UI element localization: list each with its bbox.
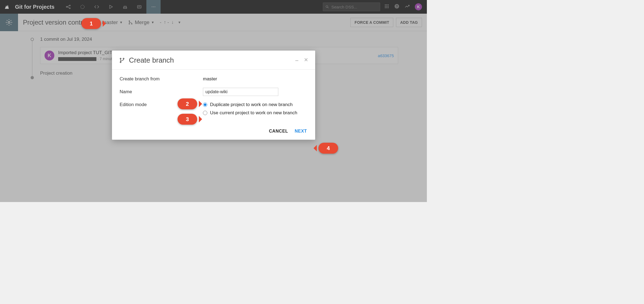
cancel-button[interactable]: CANCEL bbox=[269, 129, 288, 134]
annotation-4: 4 bbox=[318, 143, 338, 154]
modal-footer: CANCEL NEXT bbox=[112, 124, 315, 140]
branch-name-input[interactable] bbox=[203, 88, 278, 96]
svg-point-30 bbox=[123, 58, 124, 59]
from-label: Create branch from bbox=[120, 76, 203, 82]
form-row-from: Create branch from master bbox=[120, 76, 308, 82]
radio-current-input[interactable] bbox=[203, 111, 207, 115]
radio-current-label: Use current project to work on new branc… bbox=[210, 110, 297, 116]
minimize-icon[interactable]: – bbox=[295, 57, 299, 64]
modal-title: Create branch bbox=[129, 56, 174, 65]
next-button[interactable]: NEXT bbox=[295, 129, 307, 134]
annotation-2: 2 bbox=[178, 98, 197, 109]
radio-current[interactable]: Use current project to work on new branc… bbox=[203, 110, 297, 116]
radio-duplicate[interactable]: Duplicate project to work on new branch bbox=[203, 102, 297, 107]
annotation-3: 3 bbox=[178, 114, 197, 125]
form-row-edition: Edition mode Duplicate project to work o… bbox=[120, 102, 308, 116]
radio-duplicate-input[interactable] bbox=[203, 103, 207, 107]
name-label: Name bbox=[120, 89, 203, 95]
svg-point-28 bbox=[120, 58, 121, 59]
modal-body: Create branch from master Name Edition m… bbox=[112, 70, 315, 124]
from-value: master bbox=[203, 76, 217, 82]
close-icon[interactable]: ✕ bbox=[304, 57, 308, 64]
modal-header: Create branch – ✕ bbox=[112, 51, 315, 70]
branch-icon bbox=[119, 57, 125, 63]
edition-mode-radio-group: Duplicate project to work on new branch … bbox=[203, 102, 297, 116]
radio-duplicate-label: Duplicate project to work on new branch bbox=[210, 102, 293, 107]
form-row-name: Name bbox=[120, 88, 308, 96]
create-branch-modal: Create branch – ✕ Create branch from mas… bbox=[112, 51, 315, 140]
annotation-1: 1 bbox=[81, 18, 101, 29]
svg-point-29 bbox=[120, 62, 121, 63]
